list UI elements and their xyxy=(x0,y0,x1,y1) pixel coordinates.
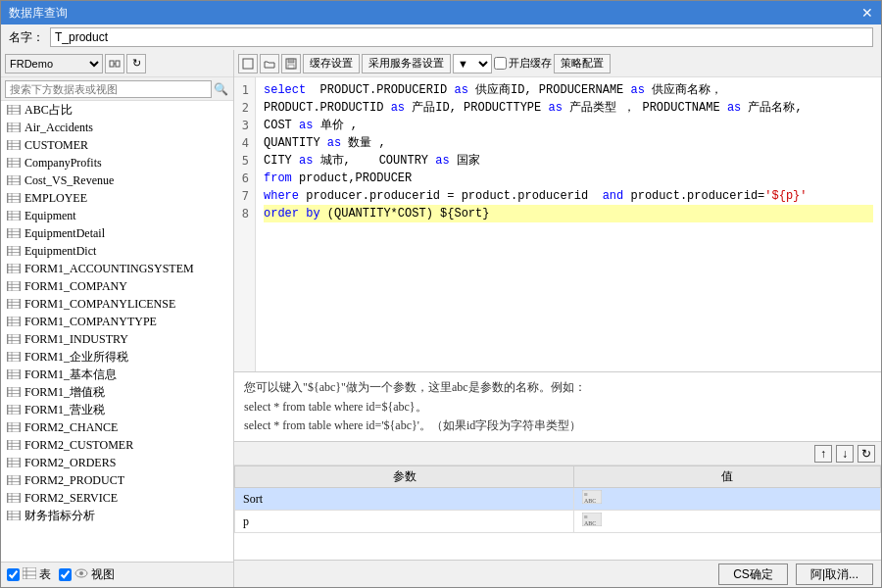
table-item-icon xyxy=(7,475,21,485)
search-input[interactable] xyxy=(5,80,212,98)
params-toolbar: ↑ ↓ ↻ xyxy=(234,442,881,466)
list-item-label: FORM1_COMPANYTYPE xyxy=(24,315,157,329)
list-item[interactable]: FORM1_ACCOUNTINGSYSTEM xyxy=(1,260,233,277)
svg-text:ABC: ABC xyxy=(584,498,596,504)
table-checkbox-item: 表 xyxy=(7,566,51,583)
table-item-icon xyxy=(7,228,21,238)
strategy-btn[interactable]: 策略配置 xyxy=(554,54,611,74)
list-item[interactable]: EquipmentDict xyxy=(1,242,233,260)
list-item-label: EMPLOYEE xyxy=(24,191,87,206)
sql-btn-open[interactable] xyxy=(260,54,279,74)
table-item-icon xyxy=(7,458,21,467)
value-col-header: 值 xyxy=(574,466,881,488)
search-button[interactable]: 🔍 xyxy=(212,80,229,98)
svg-point-104 xyxy=(79,571,83,575)
sql-btn-save[interactable] xyxy=(281,54,301,74)
list-item-label: FORM2_CHANCE xyxy=(24,420,118,435)
confirm-button[interactable]: CS确定 xyxy=(718,564,788,585)
list-item[interactable]: FORM1_COMPANY xyxy=(1,277,233,295)
list-item[interactable]: CUSTOMER xyxy=(1,136,233,154)
db-select[interactable]: FRDemo xyxy=(5,54,103,74)
param-up-btn[interactable]: ↑ xyxy=(814,445,832,463)
svg-rect-43 xyxy=(8,281,20,291)
open-cache-checkbox[interactable] xyxy=(494,57,507,70)
title-bar: 数据库查询 ✕ xyxy=(1,1,881,24)
sidebar-btn1[interactable] xyxy=(105,54,124,74)
list-item[interactable]: ABC占比 xyxy=(1,101,233,119)
list-item[interactable]: FORM1_INDUSTRY xyxy=(1,330,233,348)
right-panel: 缓存设置 采用服务器设置 ▼ 开启缓存 策略配置 1234 5678 xyxy=(234,50,881,587)
table-item-icon xyxy=(7,158,21,168)
param-refresh-btn[interactable]: ↻ xyxy=(858,445,875,463)
svg-rect-67 xyxy=(8,387,20,397)
list-item[interactable]: EquipmentDetail xyxy=(1,224,233,242)
sidebar-footer: 表 视图 xyxy=(1,562,233,587)
list-item[interactable]: Air_Accidents xyxy=(1,119,233,136)
list-item-label: FORM1_COMPANYLICENSE xyxy=(24,297,175,312)
list-item[interactable]: CompanyProfits xyxy=(1,154,233,172)
sql-btn-new[interactable] xyxy=(238,54,258,74)
close-button[interactable]: ✕ xyxy=(861,5,873,22)
cache-settings-btn[interactable]: 缓存设置 xyxy=(303,54,360,74)
list-item[interactable]: 财务指标分析 xyxy=(1,507,233,524)
list-item[interactable]: EMPLOYEE xyxy=(1,189,233,207)
table-item-icon xyxy=(7,193,21,203)
svg-rect-63 xyxy=(8,369,20,379)
list-item[interactable]: FORM1_基本信息 xyxy=(1,366,233,383)
param-row-p: p ≡ ABC xyxy=(235,511,881,533)
name-row: 名字： xyxy=(1,24,881,50)
list-item-label: FORM1_企业所得税 xyxy=(24,349,128,366)
server-select[interactable]: ▼ xyxy=(453,54,492,74)
list-item-label: FORM2_CUSTOMER xyxy=(24,438,133,453)
list-item[interactable]: FORM1_COMPANYTYPE xyxy=(1,313,233,330)
param-value-p[interactable]: ≡ ABC xyxy=(574,511,881,533)
list-item[interactable]: Cost_VS_Revenue xyxy=(1,172,233,189)
svg-rect-51 xyxy=(8,317,20,326)
param-value-sort[interactable]: ≡ ABC xyxy=(574,488,881,511)
table-item-icon xyxy=(7,105,21,115)
sql-toolbar: 缓存设置 采用服务器设置 ▼ 开启缓存 策略配置 xyxy=(234,50,881,77)
param-down-btn[interactable]: ↓ xyxy=(836,445,854,463)
list-item[interactable]: FORM2_SERVICE xyxy=(1,489,233,507)
hint-area: 您可以键入"${abc}"做为一个参数，这里abc是参数的名称。例如： sele… xyxy=(234,372,881,442)
svg-rect-39 xyxy=(8,264,20,273)
svg-rect-0 xyxy=(110,61,114,67)
sidebar-btn2[interactable]: ↻ xyxy=(126,54,146,74)
svg-rect-91 xyxy=(8,493,20,503)
table-item-icon xyxy=(7,422,21,432)
svg-rect-3 xyxy=(8,105,20,115)
name-input[interactable] xyxy=(50,27,873,47)
list-item-label: CompanyProfits xyxy=(24,156,102,171)
table-item-icon xyxy=(7,299,21,309)
list-item[interactable]: FORM1_COMPANYLICENSE xyxy=(1,295,233,313)
line-numbers: 1234 5678 xyxy=(234,77,256,371)
table-item-icon xyxy=(7,264,21,273)
svg-rect-79 xyxy=(8,440,20,450)
list-item-label: FORM1_COMPANY xyxy=(24,279,127,294)
list-item[interactable]: Equipment xyxy=(1,207,233,224)
list-item-label: FORM1_营业税 xyxy=(24,402,105,418)
main-area: FRDemo ↻ 🔍 ABC占比Air_AccidentsCUSTOMERCom… xyxy=(1,50,881,587)
list-item[interactable]: FORM2_PRODUCT xyxy=(1,471,233,489)
sql-editor-area[interactable]: 1234 5678 select PRODUCT.PRODUCERID as 供… xyxy=(234,77,881,372)
table-checkbox[interactable] xyxy=(7,568,20,581)
cancel-button[interactable]: 阿|取消... xyxy=(796,564,873,585)
list-item-label: ABC占比 xyxy=(24,102,73,119)
list-item[interactable]: FORM1_企业所得税 xyxy=(1,348,233,366)
view-checkbox[interactable] xyxy=(59,568,72,581)
svg-rect-27 xyxy=(8,211,20,220)
list-item[interactable]: FORM1_增值税 xyxy=(1,383,233,401)
table-item-icon xyxy=(7,369,21,379)
sql-content[interactable]: select PRODUCT.PRODUCERID as 供应商ID, PROD… xyxy=(256,77,881,371)
list-item[interactable]: FORM1_营业税 xyxy=(1,401,233,418)
name-label: 名字： xyxy=(9,29,44,46)
list-item[interactable]: FORM2_CUSTOMER xyxy=(1,436,233,454)
list-item[interactable]: FORM2_CHANCE xyxy=(1,418,233,436)
svg-text:ABC: ABC xyxy=(584,520,596,526)
list-item[interactable]: FORM2_ORDERS xyxy=(1,454,233,471)
server-settings-btn[interactable]: 采用服务器设置 xyxy=(362,54,451,74)
sql-line-4: QUANTITY as 数量 , xyxy=(264,134,873,152)
list-item-label: EquipmentDetail xyxy=(24,226,105,241)
search-row: 🔍 xyxy=(1,77,233,101)
p-value-icon: ≡ ABC xyxy=(582,513,602,526)
